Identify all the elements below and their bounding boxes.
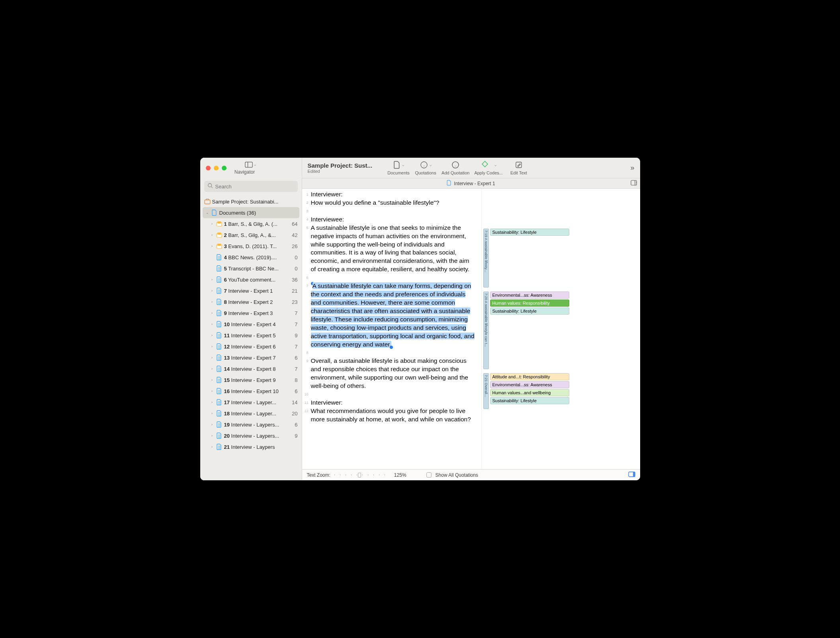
chevron-right-icon[interactable]: › — [210, 333, 215, 337]
chevron-right-icon[interactable]: › — [210, 233, 215, 237]
code-tag[interactable]: Sustainability: Lifestyle — [490, 307, 569, 315]
code-tag[interactable]: Sustainability: Lifestyle — [490, 229, 569, 236]
document-icon — [216, 444, 223, 450]
document-row[interactable]: ›14 Interview - Expert 87 — [203, 363, 299, 374]
text-line[interactable] — [311, 274, 476, 282]
text-line[interactable]: Interviewer: — [311, 190, 476, 199]
document-row[interactable]: ›11 Interview - Expert 59 — [203, 330, 299, 341]
project-row[interactable]: Sample Project: Sustainabi... — [203, 196, 299, 207]
quotation-group[interactable]: 7:21 Overall...Attitude and...t: Respons… — [483, 373, 569, 409]
document-tab[interactable]: Interview - Expert 1 + — [302, 178, 640, 189]
code-tag[interactable]: Environmental...ss: Awareness — [490, 381, 569, 388]
document-row[interactable]: ›13 Interview - Expert 76 — [203, 352, 299, 363]
chevron-right-icon[interactable]: › — [210, 367, 215, 371]
show-all-checkbox[interactable] — [426, 472, 432, 478]
code-tag[interactable]: Human values...and wellbeing — [490, 389, 569, 396]
text-line[interactable]: Interviewer: — [311, 399, 476, 407]
chevron-right-icon[interactable]: › — [210, 278, 215, 282]
code-tag[interactable]: Human values: Responsibility — [490, 299, 569, 307]
quotation-bar[interactable]: 7:19 A sustainable lifesty... — [483, 229, 489, 288]
document-row[interactable]: ›7 Interview - Expert 121 — [203, 285, 299, 296]
chevron-right-icon[interactable]: › — [210, 289, 215, 293]
document-row[interactable]: ›1 Barr, S., & Gilg, A. (...64 — [203, 218, 299, 229]
document-row[interactable]: ›9 Interview - Expert 37 — [203, 307, 299, 319]
close-icon[interactable] — [206, 166, 211, 170]
document-icon — [216, 377, 223, 383]
chevron-down-icon[interactable]: ⌄ — [205, 211, 210, 215]
text-line[interactable]: Overall, a sustainable lifestyle is abou… — [311, 357, 476, 390]
chevron-right-icon[interactable]: › — [210, 222, 215, 226]
document-tree[interactable]: Sample Project: Sustainabi... ⌄ Document… — [200, 195, 302, 480]
overflow-button[interactable]: » — [630, 164, 634, 172]
text-line[interactable] — [311, 207, 476, 215]
document-count: 7 — [289, 344, 298, 350]
zoom-slider[interactable] — [334, 472, 390, 478]
document-row[interactable]: ›21 Interview - Laypers — [203, 441, 299, 452]
code-tag[interactable]: Sustainability: Lifestyle — [490, 397, 569, 404]
code-tag[interactable]: Environmental...ss: Awareness — [490, 292, 569, 299]
chevron-right-icon[interactable]: › — [210, 300, 215, 304]
document-row[interactable]: ›10 Interview - Expert 47 — [203, 319, 299, 330]
document-row[interactable]: ›17 Interview - Layper...14 — [203, 397, 299, 408]
inspector-toggle-button[interactable] — [628, 472, 635, 478]
chevron-right-icon[interactable]: › — [210, 434, 215, 438]
document-icon — [216, 399, 223, 405]
chevron-right-icon[interactable]: › — [210, 311, 215, 315]
text-line[interactable]: How would you define a "sustainable life… — [311, 199, 476, 207]
document-row[interactable]: 4 BBC News. (2019)....0 — [203, 252, 299, 263]
traffic-lights — [206, 166, 227, 170]
code-tag[interactable]: Attitude and...t: Responsibility — [490, 373, 569, 380]
text-line[interactable]: A sustainable lifestyle is one that seek… — [311, 224, 476, 274]
chevron-right-icon[interactable]: › — [210, 356, 215, 360]
sidebar-toggle-button[interactable]: ⌵ — [245, 162, 256, 168]
zoom-icon[interactable] — [222, 166, 227, 170]
document-row[interactable]: ›6 YouTube comment...36 — [203, 274, 299, 285]
selection-end-handle[interactable] — [390, 346, 393, 349]
text-line[interactable]: Interviewee: — [311, 215, 476, 224]
chevron-right-icon[interactable]: › — [210, 344, 215, 348]
text-line-selected[interactable]: A sustainable lifestyle can take many fo… — [311, 282, 476, 348]
document-row[interactable]: ›18 Interview - Layper...20 — [203, 408, 299, 419]
document-row[interactable]: ›20 Interview - Laypers...9 — [203, 430, 299, 441]
documents-button[interactable]: ⌵ Documents — [387, 160, 410, 175]
document-row[interactable]: ›19 Interview - Laypers...6 — [203, 419, 299, 430]
edit-text-button[interactable]: Edit Text — [508, 160, 530, 175]
text-line[interactable] — [311, 390, 476, 399]
document-label: 15 Interview - Expert 9 — [224, 377, 287, 383]
document-row[interactable]: ›3 Evans, D. (2011). T...26 — [203, 241, 299, 252]
apply-codes-button[interactable]: ⌵ Apply Codes... — [474, 160, 503, 175]
chevron-right-icon[interactable]: › — [210, 411, 215, 415]
panel-toggle-button[interactable]: + — [631, 180, 637, 187]
quotations-button[interactable]: ,,⌵ Quotations — [414, 160, 437, 175]
quotation-group[interactable]: 7:20 A sustainable lifestyle can t...Env… — [483, 292, 569, 369]
chevron-right-icon[interactable]: › — [210, 423, 215, 427]
chevron-down-icon: ⌵ — [254, 162, 256, 166]
text-line[interactable]: What recommendations would you give for … — [311, 407, 476, 424]
add-quotation-button[interactable]: ,, Add Quotation — [441, 160, 469, 175]
documents-row[interactable]: ⌄ Documents (36) — [203, 207, 299, 218]
document-row[interactable]: 5 Transcript - BBC Ne...0 — [203, 263, 299, 274]
chevron-right-icon[interactable]: › — [210, 400, 215, 404]
quotation-bar[interactable]: 7:20 A sustainable lifestyle can t... — [483, 292, 489, 369]
document-icon — [216, 288, 223, 294]
document-row[interactable]: ›15 Interview - Expert 98 — [203, 374, 299, 386]
quotation-group[interactable]: 7:19 A sustainable lifesty...Sustainabil… — [483, 229, 569, 288]
text-line[interactable] — [311, 349, 476, 357]
pdf-icon — [216, 221, 223, 227]
document-row[interactable]: ›16 Interview - Expert 106 — [203, 386, 299, 397]
search-field[interactable] — [215, 184, 295, 190]
search-input[interactable] — [204, 181, 298, 192]
document-row[interactable]: ›8 Interview - Expert 223 — [203, 296, 299, 307]
document-row[interactable]: ›2 Barr, S., Gilg, A., &...42 — [203, 229, 299, 241]
minimize-icon[interactable] — [214, 166, 219, 170]
chevron-right-icon[interactable]: › — [210, 322, 215, 326]
quotation-bar[interactable]: 7:21 Overall... — [483, 373, 489, 409]
slider-thumb[interactable] — [358, 473, 361, 478]
chevron-right-icon[interactable]: › — [210, 244, 215, 248]
document-label: 9 Interview - Expert 3 — [224, 310, 287, 316]
text-content[interactable]: 1Interviewer: 2How would you define a "s… — [302, 189, 481, 469]
chevron-right-icon[interactable]: › — [210, 378, 215, 382]
chevron-right-icon[interactable]: › — [210, 389, 215, 393]
chevron-right-icon[interactable]: › — [210, 445, 215, 449]
document-row[interactable]: ›12 Interview - Expert 67 — [203, 341, 299, 352]
